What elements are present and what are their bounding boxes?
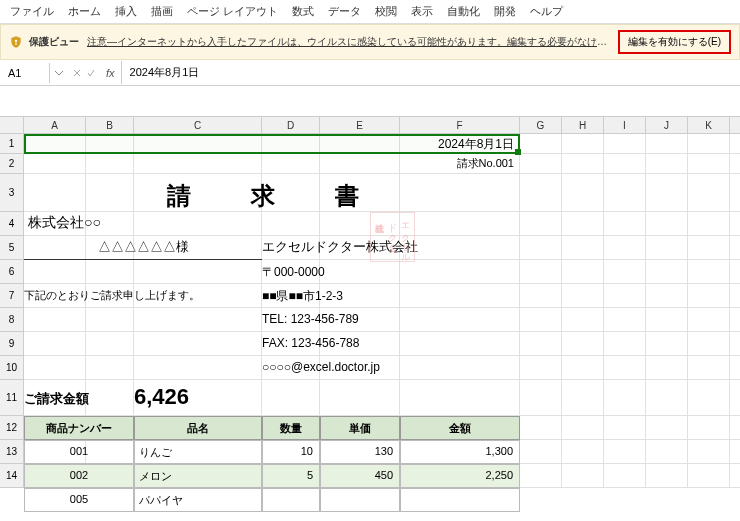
amount-label: ご請求金額 (24, 380, 134, 416)
warning-title: 保護ビュー (29, 35, 79, 49)
svg-point-0 (15, 40, 17, 42)
col-header-I[interactable]: I (604, 117, 646, 133)
menu-データ[interactable]: データ (328, 4, 361, 19)
table-header-2: 数量 (262, 416, 320, 440)
formula-bar: A1 fx 2024年8月1日 (0, 60, 740, 86)
fx-label[interactable]: fx (100, 67, 121, 79)
namebox-dropdown[interactable] (50, 68, 68, 78)
cell-name-0: りんご (134, 440, 262, 464)
check-icon[interactable] (86, 68, 96, 78)
menu-自動化[interactable]: 自動化 (447, 4, 480, 19)
col-header-C[interactable]: C (134, 117, 262, 133)
table-header-3: 単価 (320, 416, 400, 440)
cell-no-1: 002 (24, 464, 134, 488)
cell-unit-2 (320, 488, 400, 512)
spreadsheet-grid[interactable]: ABCDEFGHIJK 1234567891011121314 2024年8月1… (0, 116, 740, 488)
cell-invoice-no: 請求No.001 (24, 154, 520, 174)
cell-amt-2 (400, 488, 520, 512)
client-name: 株式会社○○ (24, 212, 262, 236)
menu-数式[interactable]: 数式 (292, 4, 314, 19)
menu-表示[interactable]: 表示 (411, 4, 433, 19)
column-headers: ABCDEFGHIJK (0, 116, 740, 134)
email: ○○○○@excel.doctor.jp (262, 356, 520, 380)
col-header-H[interactable]: H (562, 117, 604, 133)
cells-area[interactable]: 2024年8月1日請求No.001請 求 書株式会社○○△△△△△△様エクセルド… (24, 134, 740, 488)
name-box[interactable]: A1 (0, 63, 50, 83)
tel: TEL: 123-456-789 (262, 308, 520, 332)
cell-qty-2 (262, 488, 320, 512)
address: ■■県■■市1-2-3 (262, 284, 520, 308)
table-header-1: 品名 (134, 416, 262, 440)
amount-value: 6,426 (134, 380, 320, 416)
col-header-F[interactable]: F (400, 117, 520, 133)
cell-unit-0: 130 (320, 440, 400, 464)
svg-rect-1 (15, 43, 16, 45)
cell-unit-1: 450 (320, 464, 400, 488)
invoice-title: 請 求 書 (24, 174, 520, 212)
col-header-G[interactable]: G (520, 117, 562, 133)
cell-no-2: 005 (24, 488, 134, 512)
menu-ヘルプ[interactable]: ヘルプ (530, 4, 563, 19)
cell-name-1: メロン (134, 464, 262, 488)
menu-開発[interactable]: 開発 (494, 4, 516, 19)
col-header-J[interactable]: J (646, 117, 688, 133)
row-headers: 1234567891011121314 (0, 134, 24, 488)
shield-icon (9, 35, 23, 49)
warning-message: 注意—インターネットから入手したファイルは、ウイルスに感染している可能性がありま… (87, 35, 610, 49)
row-header-12[interactable]: 12 (0, 416, 23, 440)
col-header-K[interactable]: K (688, 117, 730, 133)
row-header-8[interactable]: 8 (0, 308, 23, 332)
menu-ファイル[interactable]: ファイル (10, 4, 54, 19)
row-header-7[interactable]: 7 (0, 284, 23, 308)
company-stamp: エクセルドクター株式会社 (370, 212, 415, 262)
menu-挿入[interactable]: 挿入 (115, 4, 137, 19)
cell-qty-0: 10 (262, 440, 320, 464)
row-header-2[interactable]: 2 (0, 154, 23, 174)
table-header-0: 商品ナンバー (24, 416, 134, 440)
select-all-corner[interactable] (0, 117, 24, 133)
cell-date: 2024年8月1日 (24, 134, 520, 154)
row-header-3[interactable]: 3 (0, 174, 23, 212)
menu-校閲[interactable]: 校閲 (375, 4, 397, 19)
chevron-down-icon (54, 68, 64, 78)
col-header-E[interactable]: E (320, 117, 400, 133)
menu-描画[interactable]: 描画 (151, 4, 173, 19)
cell-amt-1: 2,250 (400, 464, 520, 488)
cell-amt-0: 1,300 (400, 440, 520, 464)
col-header-B[interactable]: B (86, 117, 134, 133)
formula-input[interactable]: 2024年8月1日 (121, 61, 740, 84)
postal: 〒000-0000 (262, 260, 520, 284)
enable-editing-button[interactable]: 編集を有効にする(E) (618, 30, 731, 54)
row-header-13[interactable]: 13 (0, 440, 23, 464)
row-header-5[interactable]: 5 (0, 236, 23, 260)
cell-name-2: パパイヤ (134, 488, 262, 512)
row-header-4[interactable]: 4 (0, 212, 23, 236)
cell-no-0: 001 (24, 440, 134, 464)
row-header-1[interactable]: 1 (0, 134, 23, 154)
col-header-D[interactable]: D (262, 117, 320, 133)
protected-view-bar: 保護ビュー 注意—インターネットから入手したファイルは、ウイルスに感染している可… (0, 24, 740, 60)
menu-bar: ファイルホーム挿入描画ページ レイアウト数式データ校閲表示自動化開発ヘルプ (0, 0, 740, 24)
menu-ページ レイアウト[interactable]: ページ レイアウト (187, 4, 278, 19)
row-header-9[interactable]: 9 (0, 332, 23, 356)
cancel-icon[interactable] (72, 68, 82, 78)
col-header-A[interactable]: A (24, 117, 86, 133)
recipient: △△△△△△様 (24, 236, 262, 260)
row-header-10[interactable]: 10 (0, 356, 23, 380)
row-header-6[interactable]: 6 (0, 260, 23, 284)
row-header-14[interactable]: 14 (0, 464, 23, 488)
note: 下記のとおりご請求申し上げます。 (24, 284, 262, 308)
row-header-11[interactable]: 11 (0, 380, 23, 416)
cell-qty-1: 5 (262, 464, 320, 488)
table-header-4: 金額 (400, 416, 520, 440)
fax: FAX: 123-456-788 (262, 332, 520, 356)
menu-ホーム[interactable]: ホーム (68, 4, 101, 19)
